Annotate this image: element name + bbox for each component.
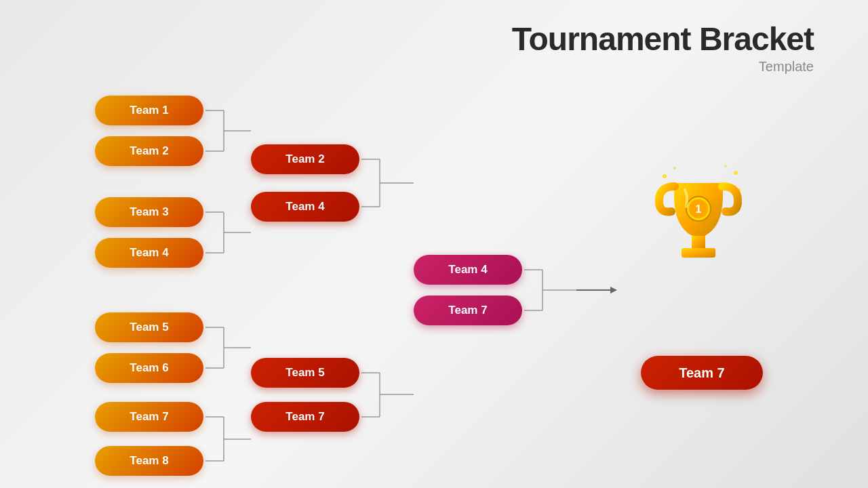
round2-team7[interactable]: Team 7 (251, 402, 359, 432)
svg-rect-36 (682, 248, 715, 258)
round1-team1[interactable]: Team 1 (95, 96, 203, 125)
svg-marker-29 (610, 287, 617, 293)
winner-team[interactable]: Team 7 (641, 356, 763, 390)
round1-team8[interactable]: Team 8 (95, 446, 203, 476)
round1-team6[interactable]: Team 6 (95, 353, 203, 383)
round2-team2[interactable]: Team 2 (251, 144, 359, 174)
bracket-container: Team 1 Team 2 Team 3 Team 4 Team 5 Team … (95, 41, 773, 474)
round1-team5[interactable]: Team 5 (95, 312, 203, 342)
round1-team3[interactable]: Team 3 (95, 197, 203, 227)
round1-team7[interactable]: Team 7 (95, 402, 203, 432)
svg-point-31 (673, 167, 676, 169)
round1-team4[interactable]: Team 4 (95, 238, 203, 268)
semifinal-team7[interactable]: Team 7 (414, 296, 522, 325)
trophy-icon: 1 (651, 163, 746, 271)
round2-team4[interactable]: Team 4 (251, 192, 359, 222)
svg-text:1: 1 (696, 203, 702, 215)
svg-rect-35 (692, 236, 705, 249)
semifinal-team4[interactable]: Team 4 (414, 255, 522, 285)
svg-point-30 (663, 174, 667, 178)
trophy-container: 1 (637, 163, 760, 271)
svg-point-33 (724, 165, 727, 167)
svg-point-32 (734, 171, 738, 175)
round1-team2[interactable]: Team 2 (95, 136, 203, 166)
round2-team5[interactable]: Team 5 (251, 358, 359, 388)
